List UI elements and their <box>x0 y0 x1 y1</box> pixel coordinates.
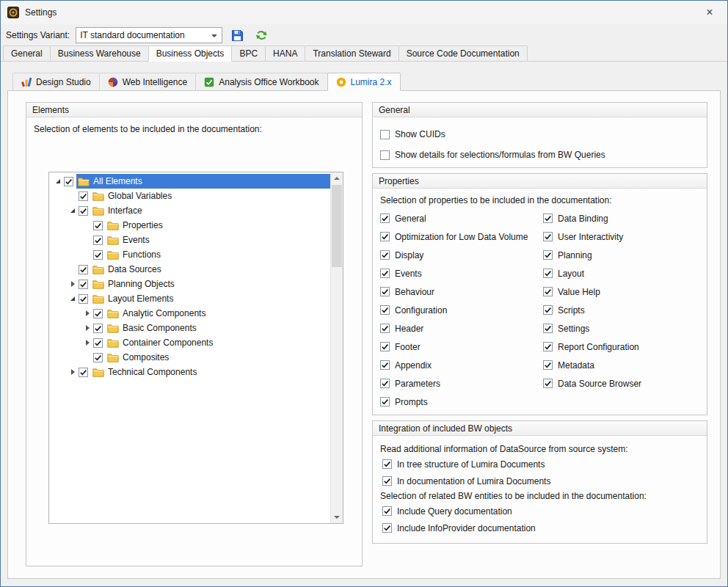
checkbox[interactable] <box>93 250 103 260</box>
properties-left-column: GeneralOptimization for Low Data VolumeD… <box>380 209 543 411</box>
checkbox[interactable] <box>380 287 390 296</box>
checkbox[interactable] <box>93 353 103 362</box>
tree-item[interactable]: Events <box>49 233 330 247</box>
tree-item-label: Functions <box>123 249 161 260</box>
expander-icon[interactable] <box>67 281 79 287</box>
checkbox[interactable] <box>380 397 390 406</box>
tree-rows: All ElementsGlobal VariablesInterfacePro… <box>49 174 330 379</box>
checkbox[interactable] <box>79 265 88 274</box>
tree-item[interactable]: Container Components <box>49 335 330 350</box>
checkbox[interactable] <box>380 250 390 260</box>
checkbox[interactable] <box>79 206 88 216</box>
checkbox[interactable] <box>380 130 390 139</box>
settings-variant-select[interactable]: IT standard documentation <box>76 27 222 43</box>
checkbox[interactable] <box>380 269 390 278</box>
chevron-down-icon[interactable] <box>211 34 217 37</box>
checkbox[interactable] <box>543 324 553 333</box>
expander-icon[interactable] <box>81 340 93 346</box>
checkbox[interactable] <box>543 305 553 315</box>
checkbox[interactable] <box>79 368 88 377</box>
tab-business-objects[interactable]: Business Objects <box>148 45 233 62</box>
checkbox[interactable] <box>382 476 392 486</box>
checkbox[interactable] <box>93 324 103 333</box>
tab-source-code-documentation[interactable]: Source Code Documentation <box>398 45 528 61</box>
close-button[interactable]: × <box>693 1 727 23</box>
expander-icon[interactable] <box>67 369 79 375</box>
checkbox[interactable] <box>93 236 103 245</box>
tree-scrollbar[interactable] <box>330 172 343 523</box>
checkbox[interactable] <box>543 379 553 388</box>
checkbox-row: General <box>380 209 543 227</box>
tab-hana[interactable]: HANA <box>265 45 305 61</box>
save-variant-button[interactable] <box>228 26 247 44</box>
tree-item-content: Global Variables <box>91 189 330 203</box>
refresh-variant-button[interactable] <box>252 26 271 44</box>
tree-item[interactable]: Layout Elements <box>49 291 330 306</box>
checkbox[interactable] <box>382 523 392 533</box>
tree-item[interactable]: Basic Components <box>49 321 330 335</box>
checkbox[interactable] <box>380 214 390 223</box>
tree-item[interactable]: All Elements <box>49 174 330 189</box>
checkbox[interactable] <box>380 232 390 241</box>
tree-item[interactable]: Interface <box>49 203 330 218</box>
checkbox-label: Include Query documentation <box>397 506 512 517</box>
tree-item[interactable]: Global Variables <box>49 189 330 203</box>
expander-icon[interactable] <box>67 208 79 213</box>
checkbox-row: Layout <box>543 264 641 282</box>
tree-item[interactable]: Properties <box>49 218 330 233</box>
checkbox[interactable] <box>380 324 390 333</box>
checkbox[interactable] <box>79 192 88 201</box>
tab-business-warehouse[interactable]: Business Warehouse <box>50 45 149 61</box>
tree-item[interactable]: Analytic Components <box>49 306 330 321</box>
checkbox[interactable] <box>64 177 73 186</box>
subtab-analysis-office-workbook[interactable]: Analysis Office Workbook <box>195 73 327 90</box>
expander-icon[interactable] <box>81 310 93 316</box>
checkbox-label: Behaviour <box>395 287 434 297</box>
expander-icon[interactable] <box>67 296 79 301</box>
checkbox[interactable] <box>543 214 553 223</box>
checkbox[interactable] <box>380 360 390 370</box>
checkbox-row: Optimization for Low Data Volume <box>380 227 543 246</box>
checkbox[interactable] <box>543 269 553 278</box>
expander-icon[interactable] <box>81 325 93 331</box>
tree-item[interactable]: Technical Components <box>49 365 330 379</box>
checkbox[interactable] <box>380 342 390 351</box>
checkbox-row: Events <box>380 264 543 282</box>
scroll-up-button[interactable] <box>331 172 343 184</box>
tree-item[interactable]: Data Sources <box>49 262 330 277</box>
integration-checks-2: Include Query documentationInclude InfoP… <box>380 503 699 536</box>
checkbox[interactable] <box>93 309 103 318</box>
checkbox[interactable] <box>380 305 390 315</box>
subtab-web-intelligence[interactable]: Web Intelligence <box>99 73 197 90</box>
checkbox[interactable] <box>543 342 553 351</box>
scrollbar-thumb[interactable] <box>332 185 342 267</box>
checkbox[interactable] <box>380 379 390 388</box>
checkbox-row: Value Help <box>543 282 641 301</box>
tab-translation-steward[interactable]: Translation Steward <box>305 45 398 61</box>
window-title: Settings <box>25 7 57 18</box>
elements-panel: Elements Selection of elements to be inc… <box>26 102 363 566</box>
checkbox[interactable] <box>543 250 553 260</box>
subtab-design-studio[interactable]: Design Studio <box>12 73 100 90</box>
tree-item[interactable]: Planning Objects <box>49 277 330 291</box>
tree-item-content: Properties <box>106 218 330 233</box>
tab-bpc[interactable]: BPC <box>231 45 266 61</box>
tree-item[interactable]: Functions <box>49 247 330 262</box>
tree-item-label: Analytic Components <box>123 308 205 318</box>
checkbox[interactable] <box>93 221 103 230</box>
checkbox[interactable] <box>93 338 103 348</box>
checkbox[interactable] <box>382 506 392 516</box>
scroll-down-button[interactable] <box>331 511 343 523</box>
checkbox[interactable] <box>79 294 88 304</box>
subtab-lumira-2-x[interactable]: Lumira 2.x <box>327 73 401 91</box>
checkbox[interactable] <box>543 360 553 370</box>
expander-icon[interactable] <box>52 179 64 183</box>
checkbox[interactable] <box>543 232 553 241</box>
checkbox-label: Header <box>395 324 423 334</box>
checkbox[interactable] <box>382 459 392 469</box>
checkbox[interactable] <box>543 287 553 296</box>
checkbox[interactable] <box>380 150 390 160</box>
tab-general[interactable]: General <box>3 45 51 61</box>
tree-item[interactable]: Composites <box>49 350 330 365</box>
checkbox[interactable] <box>79 280 88 289</box>
